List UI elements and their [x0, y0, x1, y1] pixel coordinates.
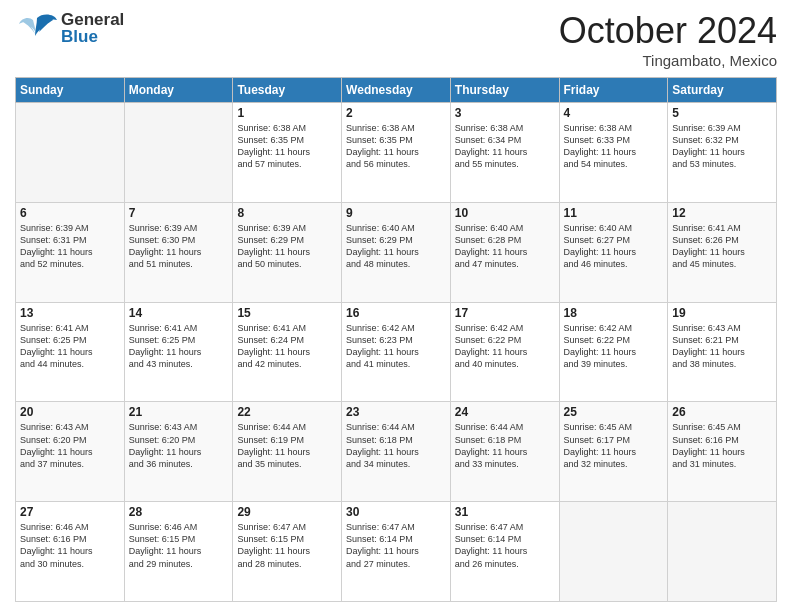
day-info: Sunrise: 6:41 AMSunset: 6:25 PMDaylight:…: [129, 322, 229, 371]
day-info: Sunrise: 6:38 AMSunset: 6:35 PMDaylight:…: [237, 122, 337, 171]
calendar-cell: 3Sunrise: 6:38 AMSunset: 6:34 PMDaylight…: [450, 103, 559, 203]
day-info: Sunrise: 6:41 AMSunset: 6:24 PMDaylight:…: [237, 322, 337, 371]
calendar-cell: 12Sunrise: 6:41 AMSunset: 6:26 PMDayligh…: [668, 202, 777, 302]
day-number: 16: [346, 306, 446, 320]
day-number: 9: [346, 206, 446, 220]
calendar-cell: 9Sunrise: 6:40 AMSunset: 6:29 PMDaylight…: [342, 202, 451, 302]
calendar-cell: 19Sunrise: 6:43 AMSunset: 6:21 PMDayligh…: [668, 302, 777, 402]
day-number: 5: [672, 106, 772, 120]
day-info: Sunrise: 6:42 AMSunset: 6:22 PMDaylight:…: [455, 322, 555, 371]
day-info: Sunrise: 6:47 AMSunset: 6:14 PMDaylight:…: [455, 521, 555, 570]
calendar-cell: [16, 103, 125, 203]
day-number: 8: [237, 206, 337, 220]
day-number: 21: [129, 405, 229, 419]
day-number: 13: [20, 306, 120, 320]
day-number: 12: [672, 206, 772, 220]
page: General Blue October 2024 Tingambato, Me…: [0, 0, 792, 612]
day-info: Sunrise: 6:46 AMSunset: 6:15 PMDaylight:…: [129, 521, 229, 570]
title-block: October 2024 Tingambato, Mexico: [559, 10, 777, 69]
header: General Blue October 2024 Tingambato, Me…: [15, 10, 777, 69]
calendar-cell: 13Sunrise: 6:41 AMSunset: 6:25 PMDayligh…: [16, 302, 125, 402]
day-number: 2: [346, 106, 446, 120]
week-row-5: 27Sunrise: 6:46 AMSunset: 6:16 PMDayligh…: [16, 502, 777, 602]
day-header-tuesday: Tuesday: [233, 78, 342, 103]
week-row-1: 1Sunrise: 6:38 AMSunset: 6:35 PMDaylight…: [16, 103, 777, 203]
day-number: 23: [346, 405, 446, 419]
day-info: Sunrise: 6:46 AMSunset: 6:16 PMDaylight:…: [20, 521, 120, 570]
calendar-cell: 6Sunrise: 6:39 AMSunset: 6:31 PMDaylight…: [16, 202, 125, 302]
calendar-cell: 4Sunrise: 6:38 AMSunset: 6:33 PMDaylight…: [559, 103, 668, 203]
day-info: Sunrise: 6:43 AMSunset: 6:20 PMDaylight:…: [129, 421, 229, 470]
location: Tingambato, Mexico: [559, 52, 777, 69]
calendar-cell: 10Sunrise: 6:40 AMSunset: 6:28 PMDayligh…: [450, 202, 559, 302]
calendar-cell: 29Sunrise: 6:47 AMSunset: 6:15 PMDayligh…: [233, 502, 342, 602]
day-number: 6: [20, 206, 120, 220]
day-number: 18: [564, 306, 664, 320]
day-header-monday: Monday: [124, 78, 233, 103]
calendar-cell: 22Sunrise: 6:44 AMSunset: 6:19 PMDayligh…: [233, 402, 342, 502]
day-info: Sunrise: 6:40 AMSunset: 6:28 PMDaylight:…: [455, 222, 555, 271]
logo-icon: [15, 10, 59, 46]
day-header-wednesday: Wednesday: [342, 78, 451, 103]
day-number: 10: [455, 206, 555, 220]
day-info: Sunrise: 6:38 AMSunset: 6:34 PMDaylight:…: [455, 122, 555, 171]
day-info: Sunrise: 6:39 AMSunset: 6:29 PMDaylight:…: [237, 222, 337, 271]
calendar-cell: 1Sunrise: 6:38 AMSunset: 6:35 PMDaylight…: [233, 103, 342, 203]
day-number: 3: [455, 106, 555, 120]
day-info: Sunrise: 6:47 AMSunset: 6:15 PMDaylight:…: [237, 521, 337, 570]
calendar-cell: 23Sunrise: 6:44 AMSunset: 6:18 PMDayligh…: [342, 402, 451, 502]
day-info: Sunrise: 6:43 AMSunset: 6:21 PMDaylight:…: [672, 322, 772, 371]
day-info: Sunrise: 6:45 AMSunset: 6:17 PMDaylight:…: [564, 421, 664, 470]
day-number: 19: [672, 306, 772, 320]
day-number: 15: [237, 306, 337, 320]
day-number: 25: [564, 405, 664, 419]
calendar-cell: 31Sunrise: 6:47 AMSunset: 6:14 PMDayligh…: [450, 502, 559, 602]
calendar-cell: 30Sunrise: 6:47 AMSunset: 6:14 PMDayligh…: [342, 502, 451, 602]
calendar-cell: 24Sunrise: 6:44 AMSunset: 6:18 PMDayligh…: [450, 402, 559, 502]
day-info: Sunrise: 6:40 AMSunset: 6:27 PMDaylight:…: [564, 222, 664, 271]
day-info: Sunrise: 6:44 AMSunset: 6:18 PMDaylight:…: [346, 421, 446, 470]
day-header-friday: Friday: [559, 78, 668, 103]
day-number: 28: [129, 505, 229, 519]
calendar-cell: 2Sunrise: 6:38 AMSunset: 6:35 PMDaylight…: [342, 103, 451, 203]
day-info: Sunrise: 6:42 AMSunset: 6:22 PMDaylight:…: [564, 322, 664, 371]
day-info: Sunrise: 6:40 AMSunset: 6:29 PMDaylight:…: [346, 222, 446, 271]
day-info: Sunrise: 6:47 AMSunset: 6:14 PMDaylight:…: [346, 521, 446, 570]
day-number: 26: [672, 405, 772, 419]
day-number: 11: [564, 206, 664, 220]
calendar-cell: 7Sunrise: 6:39 AMSunset: 6:30 PMDaylight…: [124, 202, 233, 302]
day-number: 22: [237, 405, 337, 419]
day-info: Sunrise: 6:39 AMSunset: 6:32 PMDaylight:…: [672, 122, 772, 171]
calendar-cell: 27Sunrise: 6:46 AMSunset: 6:16 PMDayligh…: [16, 502, 125, 602]
calendar-cell: 25Sunrise: 6:45 AMSunset: 6:17 PMDayligh…: [559, 402, 668, 502]
day-number: 24: [455, 405, 555, 419]
day-info: Sunrise: 6:42 AMSunset: 6:23 PMDaylight:…: [346, 322, 446, 371]
day-header-thursday: Thursday: [450, 78, 559, 103]
week-row-3: 13Sunrise: 6:41 AMSunset: 6:25 PMDayligh…: [16, 302, 777, 402]
calendar: SundayMondayTuesdayWednesdayThursdayFrid…: [15, 77, 777, 602]
day-number: 14: [129, 306, 229, 320]
calendar-cell: 15Sunrise: 6:41 AMSunset: 6:24 PMDayligh…: [233, 302, 342, 402]
month-title: October 2024: [559, 10, 777, 52]
day-info: Sunrise: 6:43 AMSunset: 6:20 PMDaylight:…: [20, 421, 120, 470]
day-info: Sunrise: 6:38 AMSunset: 6:35 PMDaylight:…: [346, 122, 446, 171]
calendar-cell: 5Sunrise: 6:39 AMSunset: 6:32 PMDaylight…: [668, 103, 777, 203]
day-number: 27: [20, 505, 120, 519]
day-info: Sunrise: 6:41 AMSunset: 6:25 PMDaylight:…: [20, 322, 120, 371]
calendar-cell: 11Sunrise: 6:40 AMSunset: 6:27 PMDayligh…: [559, 202, 668, 302]
day-number: 1: [237, 106, 337, 120]
calendar-cell: 20Sunrise: 6:43 AMSunset: 6:20 PMDayligh…: [16, 402, 125, 502]
day-info: Sunrise: 6:41 AMSunset: 6:26 PMDaylight:…: [672, 222, 772, 271]
day-number: 31: [455, 505, 555, 519]
day-info: Sunrise: 6:39 AMSunset: 6:30 PMDaylight:…: [129, 222, 229, 271]
calendar-cell: 16Sunrise: 6:42 AMSunset: 6:23 PMDayligh…: [342, 302, 451, 402]
day-number: 7: [129, 206, 229, 220]
logo-general-text: General: [61, 11, 124, 28]
calendar-cell: [559, 502, 668, 602]
day-info: Sunrise: 6:45 AMSunset: 6:16 PMDaylight:…: [672, 421, 772, 470]
day-header-saturday: Saturday: [668, 78, 777, 103]
calendar-cell: 26Sunrise: 6:45 AMSunset: 6:16 PMDayligh…: [668, 402, 777, 502]
day-number: 17: [455, 306, 555, 320]
calendar-cell: 14Sunrise: 6:41 AMSunset: 6:25 PMDayligh…: [124, 302, 233, 402]
calendar-cell: 28Sunrise: 6:46 AMSunset: 6:15 PMDayligh…: [124, 502, 233, 602]
